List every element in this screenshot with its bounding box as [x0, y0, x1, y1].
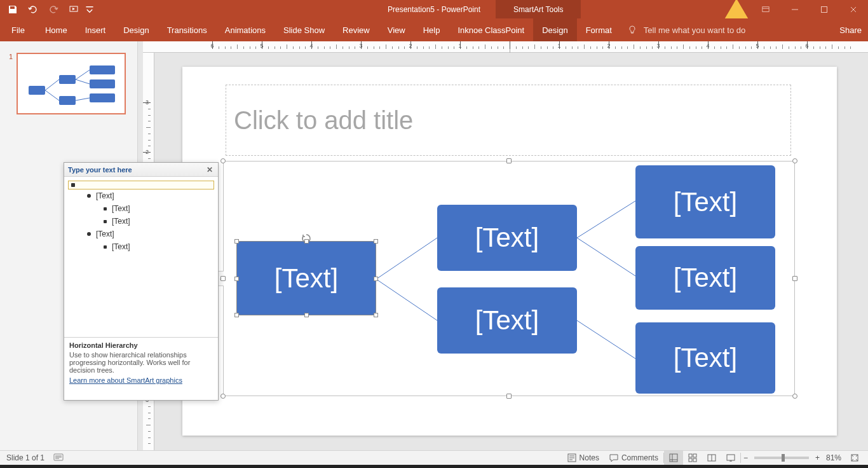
share-label: Share: [839, 25, 862, 35]
text-pane-item[interactable]: [Text]: [68, 189, 214, 202]
smartart-node-l3b[interactable]: [Text]: [635, 246, 775, 310]
notes-label: Notes: [580, 453, 599, 462]
work-area: 654321123456 321123 1 Click to add title: [0, 41, 868, 450]
tell-me-label: Tell me what you want to do: [644, 25, 745, 35]
text-pane-body: [Text] [Text] [Text] [Text] [Text]: [64, 177, 218, 337]
text-pane-footer-desc: Use to show hierarchical relationships p…: [69, 351, 213, 374]
status-bar-right: Notes Comments − + 81%: [562, 451, 864, 465]
text-pane-item-text: [Text]: [96, 191, 114, 200]
qat-customize-button[interactable]: [85, 2, 94, 17]
text-pane-item-text: [Text]: [112, 204, 130, 213]
tab-view[interactable]: View: [379, 18, 414, 41]
document-title: Presentation5 - PowerPoint: [388, 5, 480, 14]
maximize-button[interactable]: [810, 0, 839, 18]
start-from-beginning-button[interactable]: [65, 2, 83, 17]
lightbulb-icon: [627, 25, 637, 35]
tab-transitions[interactable]: Transitions: [158, 18, 216, 41]
smartart-node-l2b[interactable]: [Text]: [437, 287, 577, 354]
slide-sorter-view-button[interactable]: [683, 451, 702, 465]
tab-review[interactable]: Review: [334, 18, 379, 41]
zoom-out-button[interactable]: −: [741, 451, 750, 465]
title-placeholder-text: Click to add title: [234, 106, 413, 135]
smartart-node-l3c[interactable]: [Text]: [635, 322, 775, 394]
tab-slide-show[interactable]: Slide Show: [275, 18, 334, 41]
tab-animations[interactable]: Animations: [216, 18, 275, 41]
zoom-in-button[interactable]: +: [813, 451, 822, 465]
rotate-handle-icon[interactable]: [301, 220, 312, 251]
thumbnail-slot: 1: [6, 53, 131, 114]
reading-view-button[interactable]: [702, 451, 721, 465]
tab-inknoe-classpoint[interactable]: Inknoe ClassPoint: [449, 18, 533, 41]
thumbnail-number: 1: [6, 53, 13, 114]
share-button[interactable]: Share: [836, 18, 862, 41]
smartart-node-l2a[interactable]: [Text]: [437, 205, 577, 271]
titlebar: Presentation5 - PowerPoint SmartArt Tool…: [0, 0, 868, 18]
spellcheck-icon[interactable]: [53, 453, 64, 462]
svg-rect-2: [822, 6, 827, 12]
smartart-node-root[interactable]: [Text]: [236, 241, 376, 315]
svg-rect-6: [670, 454, 677, 462]
contextual-tools-label: SmartArt Tools: [496, 0, 581, 18]
slide: Click to add title ◂: [182, 67, 837, 436]
svg-rect-1: [763, 6, 769, 11]
tab-design[interactable]: Design: [114, 18, 158, 41]
text-pane-item[interactable]: [68, 181, 214, 189]
tab-smartart-design[interactable]: Design: [533, 18, 576, 41]
undo-button[interactable]: [24, 2, 42, 17]
zoom-slider[interactable]: [754, 457, 809, 459]
text-pane-learn-more-link[interactable]: Learn more about SmartArt graphics: [69, 376, 182, 384]
redo-button[interactable]: [44, 2, 62, 17]
close-button[interactable]: [839, 0, 868, 18]
text-pane-item-text: [Text]: [112, 242, 130, 251]
smartart-frame[interactable]: ◂ [Text]: [223, 161, 795, 396]
tab-insert[interactable]: Insert: [76, 18, 115, 41]
taskbar-sliver: [0, 465, 868, 468]
status-bar-left: Slide 1 of 1: [0, 453, 70, 462]
comments-label: Comments: [621, 453, 658, 462]
smartart-node-text: [Text]: [475, 305, 539, 336]
tab-help[interactable]: Help: [414, 18, 449, 41]
title-placeholder[interactable]: Click to add title: [226, 85, 791, 156]
text-pane-item[interactable]: [Text]: [68, 215, 214, 228]
text-pane-item[interactable]: [Text]: [68, 240, 214, 253]
smartart-text-pane[interactable]: Type your text here ✕ [Text] [Text] [Tex…: [64, 162, 219, 401]
smartart-node-text: [Text]: [674, 343, 737, 373]
svg-rect-12: [727, 455, 735, 460]
text-pane-footer-title: Horizontal Hierarchy: [69, 341, 213, 349]
text-pane-footer: Horizontal Hierarchy Use to show hierarc…: [64, 337, 218, 389]
horizontal-ruler[interactable]: 654321123456: [143, 41, 868, 53]
zoom-slider-handle[interactable]: [782, 454, 785, 462]
svg-rect-10: [693, 458, 696, 462]
window-controls: [722, 0, 868, 18]
svg-rect-8: [693, 454, 696, 457]
notes-button[interactable]: Notes: [562, 451, 604, 465]
tab-file[interactable]: File: [0, 18, 36, 41]
comments-button[interactable]: Comments: [604, 451, 663, 465]
text-pane-item[interactable]: [Text]: [68, 202, 214, 215]
text-pane-close-button[interactable]: ✕: [205, 165, 214, 174]
slide-counter[interactable]: Slide 1 of 1: [6, 453, 44, 462]
warning-icon[interactable]: [722, 0, 751, 18]
text-pane-header[interactable]: Type your text here ✕: [64, 163, 218, 177]
smartart-node-l3a[interactable]: [Text]: [635, 165, 775, 238]
smartart-node-text: [Text]: [275, 263, 338, 294]
tell-me-search[interactable]: Tell me what you want to do: [627, 18, 745, 41]
save-button[interactable]: [4, 2, 22, 17]
normal-view-button[interactable]: [664, 451, 683, 465]
slideshow-view-button[interactable]: [721, 451, 740, 465]
slide-thumbnail-1[interactable]: [17, 53, 126, 114]
tab-smartart-format[interactable]: Format: [577, 18, 621, 41]
zoom-level[interactable]: 81%: [822, 451, 845, 465]
text-pane-item-text: [Text]: [96, 230, 114, 238]
text-pane-item[interactable]: [Text]: [68, 228, 214, 240]
ribbon-display-options-button[interactable]: [751, 0, 780, 18]
tab-home[interactable]: Home: [36, 18, 76, 41]
slide-canvas-area[interactable]: Click to add title ◂: [157, 55, 857, 448]
smartart-node-text: [Text]: [475, 223, 539, 253]
fit-to-window-button[interactable]: [845, 451, 864, 465]
svg-rect-7: [689, 454, 692, 457]
minimize-button[interactable]: [780, 0, 810, 18]
smartart-node-text: [Text]: [674, 263, 737, 293]
smartart-node-text: [Text]: [674, 187, 737, 217]
text-pane-title: Type your text here: [68, 166, 132, 174]
